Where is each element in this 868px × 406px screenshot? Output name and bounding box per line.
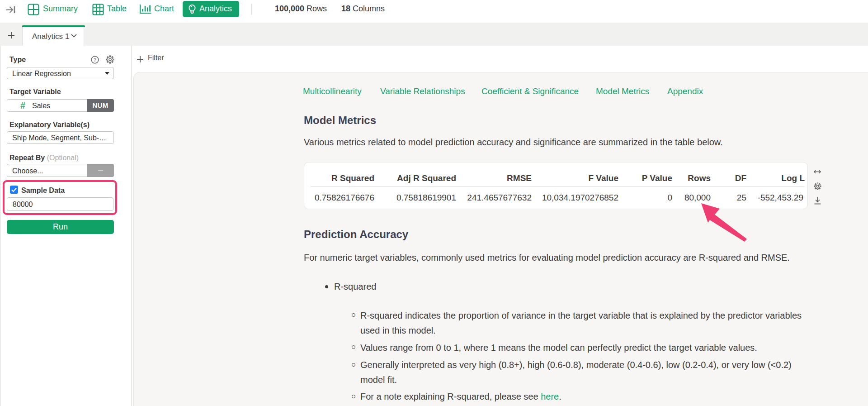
svg-text:?: ?	[94, 57, 96, 62]
